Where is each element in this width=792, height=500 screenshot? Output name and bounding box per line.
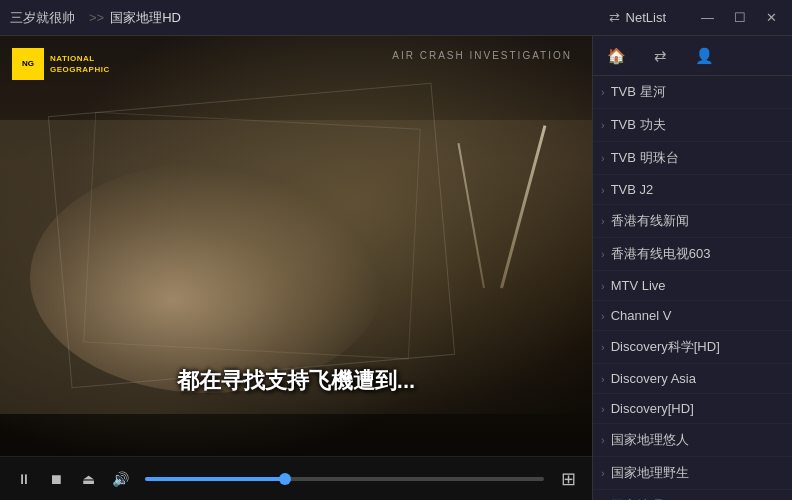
channel-name: TVB J2 xyxy=(611,182,782,197)
channel-name: MTV Live xyxy=(611,278,782,293)
natgeo-logo: NG NATIONAL GEOGRAPHIC xyxy=(12,48,110,80)
channel-arrow: › xyxy=(601,184,605,196)
channel-name: 香港有线新闻 xyxy=(611,212,782,230)
video-subtitle: 都在寻找支持飞機遭到... xyxy=(0,366,592,396)
channel-list: › TVB 星河 › TVB 功夫 › TVB 明珠台 › TVB J2 › 香… xyxy=(593,76,792,500)
channel-item[interactable]: › Discovery科学[HD] xyxy=(593,331,792,364)
channel-item[interactable]: › 香港有线新闻 xyxy=(593,205,792,238)
eject-button[interactable]: ⏏ xyxy=(76,467,100,491)
video-area: NG NATIONAL GEOGRAPHIC AIR CRASH INVESTI… xyxy=(0,36,592,500)
main-area: NG NATIONAL GEOGRAPHIC AIR CRASH INVESTI… xyxy=(0,36,792,500)
air-crash-label: AIR CRASH INVESTIGATION xyxy=(392,50,572,61)
video-content[interactable]: NG NATIONAL GEOGRAPHIC AIR CRASH INVESTI… xyxy=(0,36,592,456)
channel-arrow: › xyxy=(601,373,605,385)
sidebar-tab-home[interactable]: 🏠 xyxy=(601,43,632,69)
channel-arrow: › xyxy=(601,310,605,322)
titlebar: 三岁就很帅 >> 国家地理HD ⇄ NetList — ☐ ✕ xyxy=(0,0,792,36)
maximize-button[interactable]: ☐ xyxy=(729,8,751,27)
app-title: 三岁就很帅 xyxy=(10,9,75,27)
channel-name: Discovery Asia xyxy=(611,371,782,386)
channel-arrow: › xyxy=(601,341,605,353)
title-separator: >> xyxy=(89,10,104,25)
channel-name: TVB 功夫 xyxy=(611,116,782,134)
grid-button[interactable]: ⊞ xyxy=(556,464,580,494)
channel-item[interactable]: › TVB J2 xyxy=(593,175,792,205)
channel-item[interactable]: › TVB 星河 xyxy=(593,76,792,109)
channel-item[interactable]: › TVB 功夫 xyxy=(593,109,792,142)
progress-bar[interactable] xyxy=(145,477,544,481)
channel-arrow: › xyxy=(601,403,605,415)
channel-name: 香港有线电视603 xyxy=(611,245,782,263)
channel-item[interactable]: › MTV Live xyxy=(593,271,792,301)
controls-bar: ⏸ ⏹ ⏏ 🔊 ⊞ xyxy=(0,456,592,500)
progress-fill xyxy=(145,477,285,481)
channel-name: 国家地理野生 xyxy=(611,464,782,482)
netlist-label: NetList xyxy=(626,10,666,25)
channel-item[interactable]: › 国家地理悠人 xyxy=(593,424,792,457)
channel-arrow: › xyxy=(601,280,605,292)
channel-name: TVB 星河 xyxy=(611,83,782,101)
channel-arrow: › xyxy=(601,215,605,227)
play-pause-button[interactable]: ⏸ xyxy=(12,467,36,491)
channel-arrow: › xyxy=(601,467,605,479)
channel-item[interactable]: › 国家地理野生 xyxy=(593,457,792,490)
channel-item[interactable]: › Discovery Asia xyxy=(593,364,792,394)
volume-button[interactable]: 🔊 xyxy=(108,467,133,491)
video-hands xyxy=(30,162,385,393)
channel-item[interactable]: › 国家地理HD xyxy=(593,490,792,500)
stop-button[interactable]: ⏹ xyxy=(44,467,68,491)
sidebar-tabs: 🏠 ⇄ 👤 xyxy=(593,36,792,76)
channel-name: Discovery科学[HD] xyxy=(611,338,782,356)
sidebar-tab-share[interactable]: ⇄ xyxy=(648,43,673,69)
channel-name: TVB 明珠台 xyxy=(611,149,782,167)
channel-name: 国家地理悠人 xyxy=(611,431,782,449)
channel-arrow: › xyxy=(601,152,605,164)
channel-item[interactable]: › 香港有线电视603 xyxy=(593,238,792,271)
channel-name: Channel V xyxy=(611,308,782,323)
progress-thumb xyxy=(279,473,291,485)
channel-arrow: › xyxy=(601,434,605,446)
natgeo-box-text: NG xyxy=(22,60,34,68)
sidebar-tab-user[interactable]: 👤 xyxy=(689,43,720,69)
netlist-icon: ⇄ xyxy=(609,10,620,25)
channel-item[interactable]: › Discovery[HD] xyxy=(593,394,792,424)
minimize-button[interactable]: — xyxy=(696,8,719,27)
channel-item[interactable]: › TVB 明珠台 xyxy=(593,142,792,175)
close-button[interactable]: ✕ xyxy=(761,8,782,27)
channel-title: 国家地理HD xyxy=(110,9,608,27)
channel-item[interactable]: › Channel V xyxy=(593,301,792,331)
natgeo-box: NG xyxy=(12,48,44,80)
natgeo-text: NATIONAL GEOGRAPHIC xyxy=(50,53,110,75)
sidebar: 🏠 ⇄ 👤 › TVB 星河 › TVB 功夫 › TVB 明珠台 › TVB … xyxy=(592,36,792,500)
channel-arrow: › xyxy=(601,119,605,131)
channel-arrow: › xyxy=(601,248,605,260)
channel-arrow: › xyxy=(601,86,605,98)
channel-name: Discovery[HD] xyxy=(611,401,782,416)
